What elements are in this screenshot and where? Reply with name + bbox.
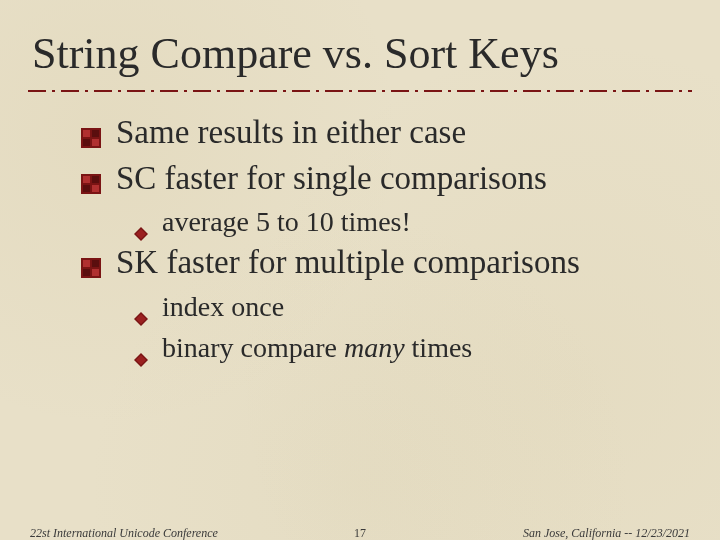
svg-rect-3 bbox=[92, 130, 99, 137]
title-divider bbox=[28, 87, 692, 95]
bullet-level2: average 5 to 10 times! bbox=[134, 204, 680, 239]
svg-rect-10 bbox=[92, 185, 99, 192]
svg-rect-17 bbox=[92, 269, 99, 276]
bullet-box-icon bbox=[80, 165, 102, 187]
slide-title: String Compare vs. Sort Keys bbox=[0, 0, 720, 87]
bullet-box-icon bbox=[80, 249, 102, 271]
svg-rect-4 bbox=[83, 139, 90, 146]
bullet-box-icon bbox=[80, 119, 102, 141]
bullet-text: Same results in either case bbox=[116, 114, 466, 150]
svg-rect-7 bbox=[83, 176, 90, 183]
bullet-text: binary compare many times bbox=[162, 332, 472, 363]
bullet-diamond-icon bbox=[134, 299, 148, 313]
bullet-level2: index once bbox=[134, 289, 680, 324]
svg-rect-8 bbox=[92, 176, 99, 183]
svg-rect-5 bbox=[92, 139, 99, 146]
bullet-diamond-icon bbox=[134, 340, 148, 354]
bullet-text: SK faster for multiple comparisons bbox=[116, 244, 580, 280]
bullet-text: average 5 to 10 times! bbox=[162, 206, 411, 237]
bullet-level2: binary compare many times bbox=[134, 330, 680, 365]
svg-rect-16 bbox=[83, 269, 90, 276]
bullet-text: index once bbox=[162, 291, 284, 322]
bullet-level1: Same results in either case bbox=[80, 113, 680, 153]
bullet-level1: SC faster for single comparisons bbox=[80, 159, 680, 199]
bullet-level1: SK faster for multiple comparisons bbox=[80, 243, 680, 283]
text-emphasis: many bbox=[344, 332, 405, 363]
footer-right: San Jose, California -- 12/23/2021 bbox=[523, 526, 690, 540]
svg-rect-9 bbox=[83, 185, 90, 192]
svg-rect-14 bbox=[83, 260, 90, 267]
text-pre: binary compare bbox=[162, 332, 344, 363]
svg-rect-15 bbox=[92, 260, 99, 267]
bullet-text: SC faster for single comparisons bbox=[116, 160, 547, 196]
slide-body: Same results in either case SC faster fo… bbox=[0, 113, 720, 365]
bullet-diamond-icon bbox=[134, 214, 148, 228]
svg-rect-2 bbox=[83, 130, 90, 137]
text-post: times bbox=[405, 332, 473, 363]
